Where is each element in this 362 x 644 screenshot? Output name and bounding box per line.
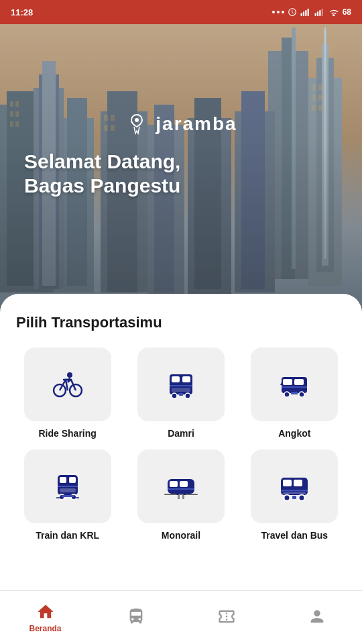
monorail-label: Monorail — [162, 530, 200, 541]
nav-transport[interactable] — [90, 607, 181, 629]
svg-rect-93 — [283, 492, 306, 494]
svg-rect-68 — [282, 386, 307, 388]
train-icon-box — [24, 449, 111, 523]
logo-text: jaramba — [156, 113, 237, 135]
svg-rect-90 — [283, 480, 292, 486]
svg-rect-61 — [172, 388, 190, 392]
svg-point-69 — [284, 392, 290, 397]
svg-point-56 — [67, 372, 72, 378]
welcome-line2: Bagas Pangestu — [24, 174, 362, 198]
svg-point-95 — [299, 495, 305, 501]
svg-rect-67 — [294, 379, 304, 385]
damri-icon-box — [137, 347, 225, 421]
svg-rect-59 — [182, 376, 190, 382]
ride-sharing-icon-box — [24, 347, 111, 421]
svg-rect-5 — [305, 10, 306, 16]
svg-rect-96 — [292, 496, 296, 499]
nav-tickets[interactable] — [181, 607, 272, 629]
battery-level: 68 — [343, 7, 351, 17]
transport-item-damri[interactable]: Damri — [129, 347, 232, 439]
svg-rect-74 — [69, 477, 76, 483]
svg-point-1 — [277, 11, 280, 13]
transport-item-train-krl[interactable]: Train dan KRL — [16, 449, 119, 541]
svg-rect-4 — [303, 11, 304, 16]
hero-section: jaramba Selamat Datang, Bagas Pangestu — [0, 24, 362, 313]
svg-rect-81 — [170, 481, 178, 487]
logo-area: jaramba — [125, 112, 237, 136]
train-label: Train dan KRL — [36, 530, 99, 541]
svg-rect-8 — [317, 11, 318, 16]
svg-point-63 — [185, 393, 190, 398]
svg-point-62 — [172, 393, 177, 398]
svg-rect-82 — [180, 481, 188, 487]
svg-rect-76 — [60, 488, 76, 492]
transport-item-ride-sharing[interactable]: Ride Sharing — [16, 347, 119, 439]
angkot-label: Angkot — [278, 428, 310, 439]
status-icons: 68 — [272, 7, 351, 17]
transport-item-monorail[interactable]: Monorail — [129, 449, 232, 541]
bus-nav-icon — [127, 607, 145, 626]
svg-rect-83 — [168, 488, 194, 490]
svg-point-70 — [299, 392, 304, 397]
transport-item-angkot[interactable]: Angkot — [243, 347, 346, 439]
bicycle-icon — [51, 368, 84, 401]
svg-point-53 — [135, 118, 139, 122]
svg-point-2 — [282, 11, 284, 13]
travel-bus-icon-box — [251, 449, 338, 523]
svg-rect-84 — [164, 494, 198, 495]
svg-point-94 — [284, 495, 290, 501]
status-bar: 11:28 68 — [0, 0, 362, 24]
profile-icon — [308, 607, 326, 626]
svg-point-0 — [272, 11, 275, 13]
travel-bus-icon — [278, 470, 311, 503]
svg-rect-71 — [291, 392, 298, 394]
svg-rect-10 — [321, 9, 322, 16]
svg-rect-66 — [283, 379, 292, 385]
svg-rect-64 — [179, 393, 183, 396]
svg-rect-75 — [58, 486, 78, 487]
svg-rect-7 — [314, 13, 316, 17]
status-time: 11:28 — [11, 7, 33, 17]
logo-icon — [125, 112, 149, 136]
svg-rect-73 — [60, 477, 66, 483]
tickets-icon — [217, 607, 236, 626]
svg-rect-60 — [170, 385, 192, 386]
svg-rect-3 — [300, 13, 302, 17]
svg-point-88 — [183, 492, 186, 495]
minibus-icon — [278, 368, 311, 401]
monorail-icon-box — [137, 449, 225, 523]
svg-rect-6 — [307, 9, 308, 16]
nav-beranda-label: Beranda — [29, 624, 61, 633]
welcome-line1: Selamat Datang, — [24, 150, 362, 174]
svg-rect-92 — [281, 490, 308, 492]
travel-bus-label: Travel dan Bus — [261, 530, 328, 541]
transport-grid: Ride Sharing Damri — [16, 347, 346, 541]
welcome-text: Selamat Datang, Bagas Pangestu — [0, 150, 362, 198]
transport-item-travel-bus[interactable]: Travel dan Bus — [243, 449, 346, 541]
svg-rect-91 — [294, 480, 302, 486]
ride-sharing-label: Ride Sharing — [38, 428, 96, 439]
nav-beranda[interactable]: Beranda — [0, 602, 90, 633]
svg-point-87 — [176, 492, 179, 495]
nav-profile[interactable] — [272, 607, 362, 629]
angkot-icon-box — [251, 347, 338, 421]
train-icon — [51, 470, 84, 503]
svg-rect-58 — [172, 376, 180, 382]
home-icon — [36, 602, 55, 621]
svg-rect-9 — [319, 10, 320, 16]
damri-label: Damri — [168, 428, 194, 439]
bottom-nav: Beranda — [0, 590, 362, 644]
hero-content: jaramba Selamat Datang, Bagas Pangestu — [0, 24, 362, 313]
section-title: Pilih Transportasimu — [16, 314, 346, 331]
svg-rect-79 — [62, 495, 74, 497]
bus-icon — [164, 368, 198, 401]
monorail-icon — [164, 470, 198, 503]
